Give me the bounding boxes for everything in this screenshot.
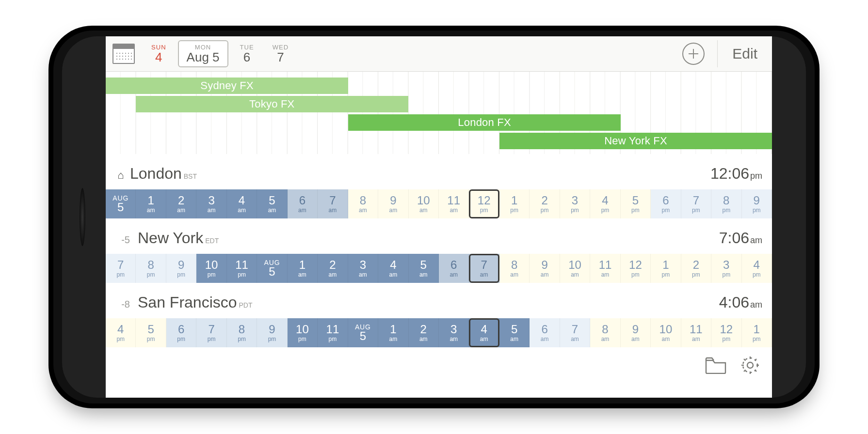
- hour-cell[interactable]: 5pm: [621, 189, 651, 218]
- hour-cell[interactable]: 10am: [409, 189, 439, 218]
- hour-cell[interactable]: 7pm: [106, 254, 136, 283]
- local-time: 7:06am: [719, 229, 762, 247]
- hour-cell[interactable]: 8pm: [227, 318, 257, 347]
- local-time: 12:06pm: [710, 165, 762, 183]
- hour-cell[interactable]: 4am: [227, 189, 257, 218]
- hour-cell[interactable]: 6pm: [651, 189, 681, 218]
- timeline-event[interactable]: Tokyo FX: [136, 96, 408, 112]
- edit-button[interactable]: Edit: [730, 46, 765, 62]
- hour-cell[interactable]: 6pm: [166, 318, 196, 347]
- hour-cell[interactable]: 11pm: [318, 318, 348, 347]
- city-rows: ⌂LondonBST12:06pmAUG51am2am3am4am5am6am7…: [106, 154, 772, 347]
- hour-cell[interactable]: 12pm: [621, 254, 651, 283]
- hour-cell[interactable]: 11am: [681, 318, 711, 347]
- hour-cell[interactable]: 10pm: [196, 254, 226, 283]
- day-number: 7: [273, 51, 289, 63]
- hour-cell[interactable]: 11pm: [227, 254, 257, 283]
- date-picker-day[interactable]: WED7: [266, 42, 295, 66]
- hour-cell[interactable]: 10pm: [288, 318, 318, 347]
- hour-cell[interactable]: 4pm: [590, 189, 620, 218]
- hour-cell[interactable]: 7pm: [681, 189, 711, 218]
- calendar-icon[interactable]: [113, 44, 135, 64]
- hour-cell[interactable]: 7am: [318, 189, 348, 218]
- hour-cell[interactable]: 5am: [257, 189, 287, 218]
- hour-cell[interactable]: 3pm: [560, 189, 590, 218]
- hour-cell[interactable]: 10am: [651, 318, 681, 347]
- local-time: 4:06am: [719, 294, 762, 311]
- timeline-event[interactable]: London FX: [348, 114, 621, 131]
- folder-icon[interactable]: [705, 356, 726, 374]
- hour-cell[interactable]: 12pm: [469, 189, 499, 218]
- date-picker-day[interactable]: MONAug 5: [178, 40, 228, 67]
- hour-cell[interactable]: 9pm: [166, 254, 196, 283]
- hour-cell[interactable]: 7am: [469, 254, 499, 283]
- add-button[interactable]: [682, 43, 705, 65]
- svg-point-0: [747, 362, 753, 368]
- hour-cell[interactable]: AUG5: [257, 254, 287, 283]
- hour-cell[interactable]: 10am: [560, 254, 590, 283]
- hour-cell[interactable]: 11am: [590, 254, 620, 283]
- hour-cell[interactable]: 2pm: [681, 254, 711, 283]
- hour-cell[interactable]: 2am: [318, 254, 348, 283]
- timezone-abbr: EDT: [205, 237, 219, 245]
- hour-cell[interactable]: AUG5: [106, 189, 136, 218]
- hour-scale[interactable]: 7pm8pm9pm10pm11pmAUG51am2am3am4am5am6am7…: [106, 254, 772, 283]
- hour-cell[interactable]: 9pm: [257, 318, 287, 347]
- utc-offset: -5: [115, 234, 130, 246]
- hour-cell[interactable]: 1am: [378, 318, 408, 347]
- hour-cell[interactable]: 6am: [439, 254, 469, 283]
- hour-cell[interactable]: 11am: [439, 189, 469, 218]
- divider: [717, 40, 718, 67]
- hour-cell[interactable]: 8am: [590, 318, 620, 347]
- hour-cell[interactable]: 7am: [560, 318, 590, 347]
- hour-cell[interactable]: 4pm: [106, 318, 136, 347]
- hour-cell[interactable]: 5pm: [136, 318, 166, 347]
- hour-cell[interactable]: 2am: [166, 189, 196, 218]
- hour-cell[interactable]: 6am: [530, 318, 560, 347]
- footer-bar: [106, 347, 772, 378]
- city-header[interactable]: ⌂LondonBST12:06pm: [106, 154, 772, 189]
- date-picker-day[interactable]: TUE6: [233, 42, 261, 66]
- day-number: 6: [240, 51, 254, 63]
- timeline-event[interactable]: Sydney FX: [106, 78, 348, 94]
- hour-cell[interactable]: 5am: [499, 318, 530, 347]
- hour-cell[interactable]: 4am: [469, 318, 499, 347]
- hour-cell[interactable]: 1pm: [742, 318, 772, 347]
- hour-cell[interactable]: 6am: [288, 189, 318, 218]
- hour-cell[interactable]: 7pm: [196, 318, 226, 347]
- events-timeline[interactable]: Sydney FXTokyo FXLondon FXNew York FX: [106, 72, 772, 154]
- hour-cell[interactable]: 8am: [348, 189, 378, 218]
- hour-cell[interactable]: 3am: [348, 254, 378, 283]
- hour-cell[interactable]: 4pm: [742, 254, 772, 283]
- header-bar: SUN4MONAug 5TUE6WED7 Edit: [106, 36, 772, 72]
- hour-cell[interactable]: 9am: [530, 254, 560, 283]
- settings-icon[interactable]: [740, 355, 760, 375]
- hour-cell[interactable]: 9am: [621, 318, 651, 347]
- utc-offset: -8: [115, 299, 130, 310]
- hour-scale[interactable]: 4pm5pm6pm7pm8pm9pm10pm11pmAUG51am2am3am4…: [106, 318, 772, 347]
- hour-cell[interactable]: 8pm: [711, 189, 741, 218]
- hour-cell[interactable]: 3pm: [711, 254, 741, 283]
- hour-cell[interactable]: 3am: [196, 189, 226, 218]
- hour-cell[interactable]: 9pm: [742, 189, 772, 218]
- hour-cell[interactable]: 12pm: [711, 318, 741, 347]
- hour-scale[interactable]: AUG51am2am3am4am5am6am7am8am9am10am11am1…: [106, 189, 772, 218]
- hour-cell[interactable]: 8pm: [136, 254, 166, 283]
- hour-cell[interactable]: 3am: [439, 318, 469, 347]
- hour-cell[interactable]: 4am: [378, 254, 408, 283]
- city-header[interactable]: -8San FranciscoPDT4:06am: [106, 283, 772, 318]
- timeline-event[interactable]: New York FX: [499, 133, 772, 149]
- hour-cell[interactable]: 8am: [499, 254, 530, 283]
- hour-cell[interactable]: 1pm: [651, 254, 681, 283]
- day-number: 4: [151, 51, 166, 63]
- hour-cell[interactable]: 2am: [409, 318, 439, 347]
- hour-cell[interactable]: 2pm: [530, 189, 560, 218]
- hour-cell[interactable]: 5am: [409, 254, 439, 283]
- city-header[interactable]: -5New YorkEDT7:06am: [106, 218, 772, 254]
- hour-cell[interactable]: 1am: [136, 189, 166, 218]
- hour-cell[interactable]: AUG5: [348, 318, 378, 347]
- hour-cell[interactable]: 1am: [288, 254, 318, 283]
- date-picker-day[interactable]: SUN4: [145, 42, 173, 66]
- hour-cell[interactable]: 1pm: [499, 189, 530, 218]
- hour-cell[interactable]: 9am: [378, 189, 408, 218]
